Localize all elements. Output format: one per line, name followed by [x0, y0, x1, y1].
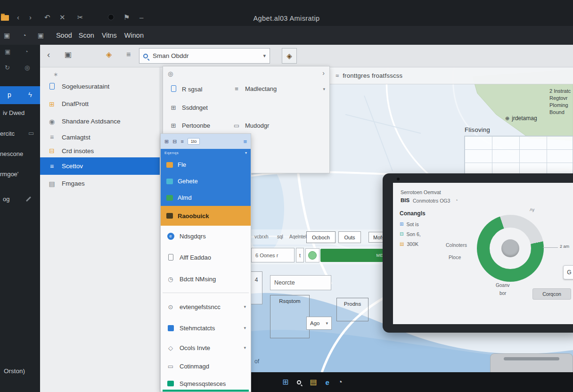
submenu-item[interactable]: ◇ Ocols Invte ▾ [161, 338, 251, 357]
tab-active[interactable]: Ocboch [306, 231, 336, 243]
chevron-right-icon[interactable]: › [322, 69, 325, 77]
new-window-icon[interactable]: ▣ [65, 51, 72, 58]
back-chevron-icon[interactable]: ‹ [47, 50, 50, 59]
form-search-field[interactable]: 6 Oones r [251, 248, 295, 262]
timer-icon[interactable]: ◔ [25, 49, 28, 55]
pin-icon: ⊕ [505, 116, 509, 121]
select-value: Ago [310, 320, 319, 326]
tab[interactable]: Outs [338, 231, 361, 243]
sidebar-item[interactable]: og [3, 196, 9, 203]
menu-icon[interactable]: ≡ [243, 138, 247, 145]
submenu-item[interactable]: Gehete [161, 173, 251, 189]
folder-icon [166, 162, 173, 168]
paw-button[interactable]: ◈ [282, 48, 297, 64]
side-marker[interactable]: 4 [250, 271, 262, 304]
sidebar-item[interactable]: ercitc [0, 130, 15, 137]
submenu-item[interactable]: ◷ Bdctt NMsing [161, 268, 251, 290]
draft-icon: ⊞ [48, 101, 56, 107]
chevron-down-icon: ▾ [244, 326, 246, 330]
target-icon[interactable]: ◎ [25, 65, 30, 71]
chevron-down-icon[interactable]: ▾ [263, 53, 266, 59]
submenu-item[interactable]: ⊙ evtengefstsncc ▾ [161, 296, 251, 318]
submenu-item[interactable]: e Ndsgdqrs [161, 226, 251, 246]
search-combobox[interactable]: Sman Obddr ▾ [139, 48, 270, 64]
sidebar-bottom-label[interactable]: Orston) [4, 368, 25, 375]
submenu-item-highlighted[interactable]: Raoobuick [161, 206, 251, 226]
refresh-icon[interactable]: ↻ [5, 65, 10, 71]
submenu-item[interactable]: Fle [161, 156, 251, 173]
nav-item-selected[interactable]: ≡ Scettov [40, 157, 160, 175]
grid-icon[interactable]: ▣ [5, 49, 10, 55]
submenu-item[interactable]: ▭ Cotinmagd [161, 357, 251, 375]
window-icon[interactable]: ▣ [4, 32, 10, 39]
pin-label: jrdetamag [512, 115, 537, 122]
mini-dropdown[interactable]: t [296, 248, 304, 262]
clock-quarter-icon[interactable]: ◔ [22, 32, 26, 39]
chevron-down-icon[interactable]: ▾ [245, 151, 247, 155]
sidebar-item-active[interactable]: p ϟ [0, 86, 40, 104]
center-label-a: Goanv [496, 283, 509, 288]
strip-text: vcbrxh [254, 234, 268, 239]
region-box-b[interactable]: Prodns [336, 298, 368, 321]
submenu-header: ⊞ ⊟ ≡ 1to ≡ [161, 134, 251, 149]
nav-item[interactable]: Sogeluesurataint [40, 78, 160, 95]
grid-icon[interactable]: ⊞ [164, 139, 169, 144]
name-field[interactable]: Neorcte [270, 275, 331, 290]
browser-icon[interactable]: e [326, 379, 329, 386]
ago-select[interactable]: Ago ▾ [306, 317, 332, 330]
donut-knob[interactable] [501, 239, 519, 257]
center-label-b: bor [499, 291, 506, 296]
nav-item[interactable]: ⊞ DnafPrott [40, 95, 160, 113]
fox-icon[interactable]: ◈ [106, 51, 112, 58]
nav-item[interactable]: ▤ Fmgaes [40, 175, 160, 192]
search-value: Sman Obddr [153, 52, 263, 59]
start-icon[interactable]: ⊞ [282, 378, 288, 386]
toggle-indicator[interactable] [305, 248, 319, 262]
menu-item[interactable]: ⊞ Ssddnget [170, 104, 208, 111]
lightning-icon: ϟ [28, 90, 32, 98]
minus-box-icon[interactable]: ⊟ [172, 139, 177, 144]
file-explorer-icon[interactable]: ▤ [310, 378, 317, 386]
copy-icon[interactable]: ▣ [38, 32, 44, 39]
settings-icon[interactable]: ◔ [338, 378, 343, 386]
submenu-item[interactable]: Alff Eaddao [161, 246, 251, 268]
app-icon [166, 195, 173, 201]
chevron-down-icon: ▾ [326, 321, 328, 326]
tablet-subtitle-bold: BIS [401, 197, 409, 203]
menu-item-scon[interactable]: Scon [79, 32, 94, 39]
menu-item-sood[interactable]: Sood [56, 32, 72, 39]
submenu-item[interactable]: Almd [161, 189, 251, 206]
side-g-button[interactable]: G [563, 265, 573, 279]
nav-item[interactable]: ≡ Camlagtst [40, 130, 160, 144]
menu-item[interactable]: ⊞ Pertoonbe [170, 122, 210, 129]
document-icon [48, 83, 56, 90]
menu-item[interactable]: ▭ Mudodgr [233, 122, 269, 129]
menu-item-winon[interactable]: Winon [124, 32, 144, 39]
layers-icon[interactable]: ≈ [336, 72, 339, 79]
list-icon[interactable]: ≡ [126, 51, 131, 58]
menu-item[interactable]: ≡ Madlectang ▾ [233, 85, 325, 92]
pencil-icon[interactable] [26, 196, 31, 202]
bookmark-icon[interactable]: ▭ [28, 130, 34, 136]
sidebar-item[interactable]: rmgoe' [0, 171, 18, 178]
submenu-item[interactable]: Stehmctatcts ▾ [161, 318, 251, 338]
list-icon[interactable]: ≡ [180, 139, 183, 144]
app-icon [166, 179, 173, 184]
chevron-down-icon: ▾ [244, 304, 246, 309]
sidebar-item[interactable]: iv Dwed [3, 109, 25, 116]
toggle-bar[interactable]: ME [320, 249, 386, 262]
region-box-a[interactable]: Rsqstom [270, 295, 310, 338]
tablet-row[interactable]: ▤ 300K [400, 241, 418, 247]
taskbar-search-icon[interactable] [297, 380, 301, 384]
corqcon-button[interactable]: Corqcon [532, 288, 571, 300]
menu-item[interactable]: R sgsal [170, 85, 202, 93]
browser-circle-icon: e [166, 233, 175, 240]
tablet-row[interactable]: ⊟ Son 6, [400, 231, 421, 237]
tablet-row[interactable]: ⊞ Sot is [400, 221, 419, 227]
sidebar-item[interactable]: nescone [0, 150, 23, 157]
nav-item[interactable]: ⊟ Crd insotes [40, 144, 160, 157]
chevron-down-icon[interactable]: ▾ [323, 87, 325, 91]
menu-item-vitns[interactable]: Vitns [102, 32, 117, 39]
nav-item[interactable]: ◉ Shandare Astdsance [40, 113, 160, 130]
map-pin[interactable]: ⊕ jrdetamag [505, 115, 537, 122]
